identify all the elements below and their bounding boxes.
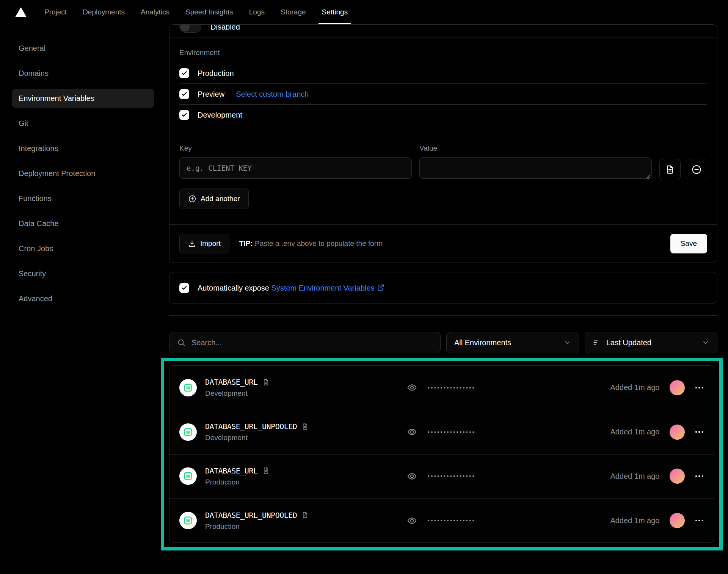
remove-row-button[interactable] <box>686 159 707 180</box>
added-timestamp: Added 1m ago <box>610 428 659 436</box>
expose-label: Automatically expose <box>198 284 271 292</box>
sidebar-item-functions[interactable]: Functions <box>12 189 154 208</box>
paste-env-button[interactable] <box>659 159 681 180</box>
masked-value: ••••••••••••••• <box>428 473 475 479</box>
system-env-variables-link[interactable]: System Environment Variables <box>271 284 375 292</box>
sidebar-item-data-cache[interactable]: Data Cache <box>12 214 154 233</box>
tab-storage[interactable]: Storage <box>273 0 314 24</box>
sidebar-item-domains[interactable]: Domains <box>12 64 154 83</box>
sidebar-item-git[interactable]: Git <box>12 114 154 133</box>
sidebar-item-general[interactable]: General <box>12 39 154 58</box>
save-button[interactable]: Save <box>670 234 707 253</box>
env-option-preview: Preview Select custom branch <box>179 84 707 104</box>
eye-icon[interactable] <box>407 382 417 393</box>
checkmark-icon <box>181 285 187 291</box>
settings-sidebar: General Domains Environment Variables Gi… <box>12 24 154 314</box>
more-menu-icon[interactable] <box>695 385 704 391</box>
env-variable-row[interactable]: DATABASE_URL_UNPOOLED Production •••••••… <box>169 499 714 543</box>
variable-name: DATABASE_URL_UNPOOLED <box>205 422 297 431</box>
checkmark-icon <box>181 70 187 76</box>
development-checkbox[interactable] <box>179 110 189 120</box>
disabled-toggle[interactable] <box>179 24 201 33</box>
plus-circle-icon <box>188 195 196 203</box>
eye-icon[interactable] <box>407 471 417 481</box>
value-label: Value <box>419 144 652 153</box>
add-another-row: Add another <box>169 180 717 224</box>
variable-environment: Production <box>205 478 270 486</box>
add-another-button[interactable]: Add another <box>179 189 249 209</box>
section-divider <box>169 315 717 316</box>
env-option-production: Production <box>179 63 707 83</box>
select-custom-branch-link[interactable]: Select custom branch <box>236 90 309 99</box>
system-env-panel: Automatically expose System Environment … <box>169 272 717 304</box>
variable-name: DATABASE_URL <box>205 466 258 475</box>
more-menu-icon[interactable] <box>695 517 704 524</box>
value-input[interactable] <box>419 157 652 179</box>
env-option-development: Development <box>179 105 707 125</box>
import-button[interactable]: Import <box>179 234 229 253</box>
tab-logs[interactable]: Logs <box>241 0 273 24</box>
avatar <box>670 469 685 484</box>
development-label: Development <box>198 111 242 120</box>
env-var-form-panel: Disabled Environment Production Preview … <box>169 24 717 263</box>
checkmark-icon <box>181 91 187 97</box>
added-timestamp: Added 1m ago <box>610 516 659 525</box>
checkmark-icon <box>181 112 187 118</box>
sidebar-item-security[interactable]: Security <box>12 264 154 283</box>
nav-tabs: Project Deployments Analytics Speed Insi… <box>36 0 356 24</box>
sidebar-item-deployment-protection[interactable]: Deployment Protection <box>12 164 154 183</box>
sidebar-item-environment-variables[interactable]: Environment Variables <box>12 89 154 108</box>
avatar <box>670 380 685 395</box>
more-menu-icon[interactable] <box>695 429 704 435</box>
tip-text: TIP: Paste a .env above to populate the … <box>239 239 383 248</box>
added-timestamp: Added 1m ago <box>610 383 659 392</box>
note-icon[interactable] <box>301 423 309 430</box>
environment-filter-dropdown[interactable]: All Environments <box>446 332 579 353</box>
env-variable-row[interactable]: DATABASE_URL_UNPOOLED Development ••••••… <box>169 410 714 454</box>
tab-deployments[interactable]: Deployments <box>75 0 133 24</box>
eye-icon[interactable] <box>407 516 417 526</box>
key-value-section: Key Value <box>169 125 717 180</box>
vercel-logo-icon[interactable] <box>15 7 27 17</box>
toggle-knob <box>180 24 190 31</box>
neon-integration-icon <box>179 467 197 485</box>
eye-icon[interactable] <box>407 427 417 437</box>
preview-label: Preview <box>198 90 224 99</box>
environment-label: Environment <box>179 49 707 57</box>
add-another-label: Add another <box>201 195 240 203</box>
expose-checkbox[interactable] <box>179 283 189 293</box>
avatar <box>670 425 685 440</box>
filters-row: All Environments Last Updated <box>169 332 717 353</box>
variable-name: DATABASE_URL_UNPOOLED <box>205 511 297 520</box>
key-input[interactable] <box>179 157 412 179</box>
search-icon <box>177 338 185 347</box>
env-variable-row[interactable]: DATABASE_URL Production ••••••••••••••• <box>169 454 714 499</box>
note-icon[interactable] <box>262 467 270 474</box>
document-icon <box>665 165 675 175</box>
note-icon[interactable] <box>262 379 270 386</box>
import-label: Import <box>200 239 221 248</box>
preview-checkbox[interactable] <box>179 89 189 99</box>
external-link-icon[interactable] <box>377 284 384 291</box>
sidebar-item-integrations[interactable]: Integrations <box>12 139 154 158</box>
note-icon[interactable] <box>301 511 309 519</box>
key-label: Key <box>179 144 412 153</box>
masked-value: ••••••••••••••• <box>428 517 475 524</box>
search-box <box>169 332 441 353</box>
environment-filter-value: All Environments <box>454 338 511 347</box>
disabled-toggle-label: Disabled <box>210 24 240 31</box>
search-input[interactable] <box>191 338 433 347</box>
tab-speed-insights[interactable]: Speed Insights <box>177 0 241 24</box>
variable-name: DATABASE_URL <box>205 377 258 387</box>
sidebar-item-cron-jobs[interactable]: Cron Jobs <box>12 239 154 258</box>
env-variable-row[interactable]: DATABASE_URL Development ••••••••••••••• <box>169 366 714 410</box>
masked-value: ••••••••••••••• <box>428 429 475 435</box>
sidebar-item-advanced[interactable]: Advanced <box>12 289 154 308</box>
tab-settings[interactable]: Settings <box>314 0 356 24</box>
tab-analytics[interactable]: Analytics <box>133 0 177 24</box>
tab-project[interactable]: Project <box>36 0 75 24</box>
sort-dropdown[interactable]: Last Updated <box>585 332 717 353</box>
more-menu-icon[interactable] <box>695 473 704 480</box>
production-checkbox[interactable] <box>179 68 189 78</box>
variable-environment: Development <box>205 389 270 398</box>
